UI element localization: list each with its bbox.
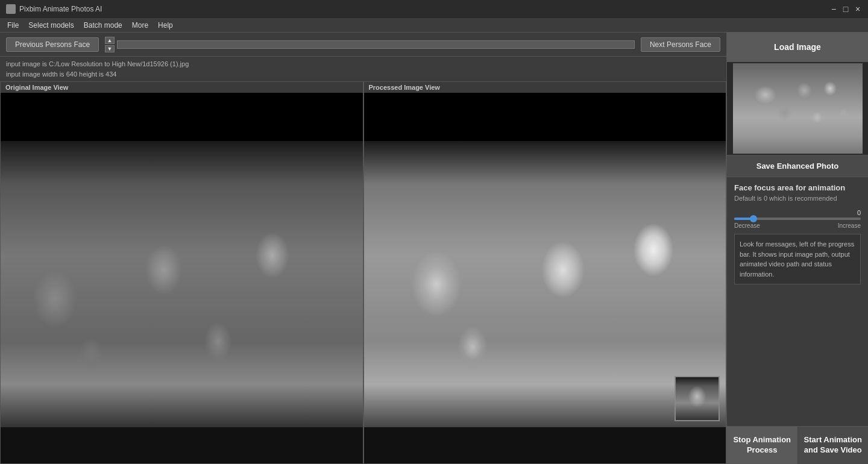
slider-container	[734, 218, 861, 220]
load-image-button[interactable]: Load Image	[727, 33, 868, 62]
close-button[interactable]: ×	[854, 5, 862, 13]
original-top-black	[1, 93, 363, 141]
progress-container: ▲ ▼	[105, 37, 635, 52]
info-line1: input image is C:/Low Resolution to High…	[6, 59, 720, 69]
original-bottom-black	[1, 427, 363, 463]
slider-thumb[interactable]	[750, 215, 757, 222]
face-focus-description: Default is 0 which is recommended	[734, 195, 861, 202]
stop-btn-line2: Process	[747, 445, 778, 454]
original-image-panel: Original Image View	[0, 81, 363, 464]
info-line2: input image width is 640 height is 434	[6, 69, 720, 80]
progress-up-button[interactable]: ▲	[105, 37, 115, 44]
face-focus-section: Face focus area for animation Default is…	[727, 177, 868, 426]
app-title: Pixbim Animate Photos AI	[19, 5, 829, 13]
slider-increase-label: Increase	[838, 222, 861, 229]
processed-image-view	[364, 93, 726, 463]
stop-btn-line1: Stop Animation	[733, 435, 791, 444]
thumbnail-photo	[733, 63, 863, 154]
face-focus-title: Face focus area for animation	[734, 183, 861, 192]
save-enhanced-button[interactable]: Save Enhanced Photo	[727, 155, 868, 177]
menu-batch-mode[interactable]: Batch mode	[79, 20, 127, 31]
bottom-buttons: Stop Animation Process Start Animation a…	[727, 426, 868, 464]
slider-track[interactable]	[734, 218, 861, 220]
processed-top-black	[364, 93, 726, 141]
titlebar: Pixbim Animate Photos AI − □ ×	[0, 0, 868, 18]
menu-file[interactable]: File	[2, 20, 24, 31]
small-preview	[675, 376, 720, 421]
info-bar: input image is C:/Low Resolution to High…	[0, 57, 726, 81]
prev-persons-button[interactable]: Previous Persons Face	[6, 37, 99, 52]
start-animation-button[interactable]: Start Animation and Save Video	[798, 427, 869, 464]
menubar: File Select models Batch mode More Help	[0, 18, 868, 33]
start-btn-line1: Start Animation	[804, 435, 862, 444]
processed-image-panel: Processed Image View	[363, 81, 727, 464]
progress-bar-track	[117, 40, 635, 49]
thumbnail-area	[727, 62, 868, 155]
messages-text: Look for messages, left of the progress …	[740, 240, 854, 278]
menu-select-models[interactable]: Select models	[24, 20, 78, 31]
slider-decrease-label: Decrease	[734, 222, 760, 229]
maximize-button[interactable]: □	[841, 5, 850, 13]
menu-help[interactable]: Help	[153, 20, 178, 31]
original-panel-label: Original Image View	[1, 82, 363, 93]
small-preview-photo	[676, 377, 719, 420]
main-layout: Previous Persons Face ▲ ▼ Next Persons F…	[0, 33, 868, 464]
original-image-view	[1, 93, 363, 463]
processed-panel-label: Processed Image View	[364, 82, 726, 93]
original-photo	[1, 141, 363, 427]
nav-bar: Previous Persons Face ▲ ▼ Next Persons F…	[0, 33, 726, 57]
image-views: Original Image View Processed Image View	[0, 81, 726, 464]
progress-down-button[interactable]: ▼	[105, 45, 115, 52]
next-persons-button[interactable]: Next Persons Face	[641, 37, 720, 52]
app-icon	[6, 4, 16, 14]
start-btn-line2: and Save Video	[804, 445, 862, 454]
slider-labels: Decrease Increase	[734, 222, 861, 229]
stop-animation-button[interactable]: Stop Animation Process	[727, 427, 798, 464]
messages-area: Look for messages, left of the progress …	[734, 234, 861, 284]
menu-more[interactable]: More	[127, 20, 153, 31]
sidebar: Load Image Save Enhanced Photo Face focu…	[726, 33, 868, 464]
processed-photo	[364, 141, 726, 427]
window-controls: − □ ×	[829, 5, 862, 13]
processed-bottom-black	[364, 427, 726, 463]
content-area: Previous Persons Face ▲ ▼ Next Persons F…	[0, 33, 726, 464]
minimize-button[interactable]: −	[829, 5, 838, 13]
